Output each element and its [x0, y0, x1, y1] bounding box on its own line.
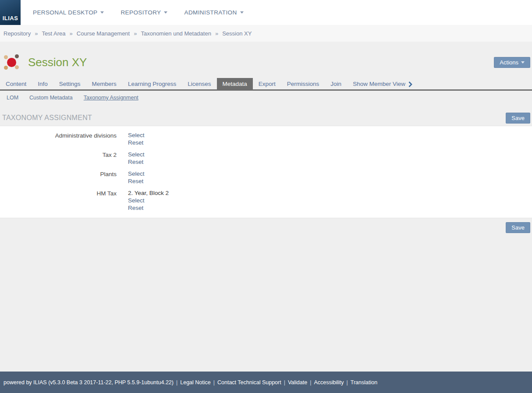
taxonomy-form-panel: Administrative divisions SelectReset Tax… — [0, 126, 532, 218]
subtab-bar: LOM Custom Metadata Taxonomy Assignment — [0, 91, 532, 105]
reset-link[interactable]: Reset — [128, 139, 145, 146]
form-row-hm-tax: HM Tax 2. Year, Block 2SelectReset — [0, 189, 532, 212]
main-content: Session XY Actions Content Info Settings… — [0, 42, 532, 372]
form-row-label: Plants — [0, 170, 128, 185]
breadcrumb-separator: » — [215, 30, 218, 37]
caret-down-icon — [240, 11, 244, 14]
form-section-header: TAXONOMY ASSIGNMENT Save — [2, 111, 530, 124]
contact-technical-support-link[interactable]: Contact Technical Support — [217, 379, 281, 386]
validate-link[interactable]: Validate — [288, 379, 307, 386]
tab-join[interactable]: Join — [325, 78, 347, 89]
save-button-top[interactable]: Save — [506, 113, 530, 124]
select-link[interactable]: Select — [128, 170, 145, 177]
form-row-label: HM Tax — [0, 189, 128, 212]
footer-separator: | — [176, 379, 177, 386]
actions-button[interactable]: Actions — [494, 57, 530, 68]
reset-link[interactable]: Reset — [128, 158, 145, 166]
form-row-label: Tax 2 — [0, 151, 128, 166]
powered-by-ilias-link[interactable]: powered by ILIAS (v5.3.0 Beta 3 2017-11-… — [4, 379, 174, 386]
session-icon — [4, 54, 20, 71]
form-row-value: 2. Year, Block 2 — [128, 189, 169, 197]
chevron-right-icon — [408, 81, 412, 87]
breadcrumb-separator: » — [134, 30, 137, 37]
legal-notice-link[interactable]: Legal Notice — [180, 379, 211, 386]
select-link[interactable]: Select — [128, 151, 145, 158]
menu-administration-label: ADMINISTRATION — [184, 9, 237, 16]
tab-metadata[interactable]: Metadata — [217, 78, 253, 89]
select-link[interactable]: Select — [128, 197, 169, 204]
reset-link[interactable]: Reset — [128, 204, 169, 212]
footer-separator: | — [310, 379, 311, 386]
save-button-bottom[interactable]: Save — [506, 222, 530, 233]
tab-export[interactable]: Export — [253, 78, 281, 89]
footer-separator: | — [284, 379, 285, 386]
form-row-label: Administrative divisions — [0, 131, 128, 146]
page-title: Session XY — [28, 56, 87, 69]
tab-learning-progress[interactable]: Learning Progress — [122, 78, 182, 89]
caret-down-icon — [521, 61, 525, 64]
reset-link[interactable]: Reset — [128, 177, 145, 185]
footer-separator: | — [347, 379, 348, 386]
menu-personal-desktop[interactable]: PERSONAL DESKTOP — [33, 9, 104, 16]
page-header: Session XY Actions — [4, 53, 530, 71]
caret-down-icon — [164, 11, 167, 14]
breadcrumb-test-area[interactable]: Test Area — [42, 30, 65, 37]
menu-repository[interactable]: REPOSITORY — [121, 9, 167, 16]
tab-licenses[interactable]: Licenses — [182, 78, 216, 89]
tab-bar: Content Info Settings Members Learning P… — [0, 78, 532, 91]
breadcrumb-session-xy[interactable]: Session XY — [222, 30, 252, 37]
breadcrumb-repository[interactable]: Repository — [4, 30, 31, 37]
tab-show-member-view[interactable]: Show Member View — [347, 78, 418, 89]
top-menu: PERSONAL DESKTOP REPOSITORY ADMINISTRATI… — [21, 0, 244, 25]
form-row-tax-2: Tax 2 SelectReset — [0, 151, 532, 166]
footer: powered by ILIAS (v5.3.0 Beta 3 2017-11-… — [0, 372, 532, 393]
subtab-custom-metadata[interactable]: Custom Metadata — [29, 95, 73, 101]
top-bar: ILIAS PERSONAL DESKTOP REPOSITORY ADMINI… — [0, 0, 532, 25]
tab-info[interactable]: Info — [32, 78, 53, 89]
tab-settings[interactable]: Settings — [53, 78, 86, 89]
tab-content[interactable]: Content — [0, 78, 32, 89]
accessibility-link[interactable]: Accessibility — [314, 379, 344, 386]
subtab-lom[interactable]: LOM — [7, 95, 18, 101]
breadcrumb-separator: » — [70, 30, 73, 37]
form-row-plants: Plants SelectReset — [0, 170, 532, 185]
menu-personal-desktop-label: PERSONAL DESKTOP — [33, 9, 97, 16]
ilias-logo[interactable]: ILIAS — [0, 0, 21, 25]
form-row-administrative-divisions: Administrative divisions SelectReset — [0, 131, 532, 146]
tab-members[interactable]: Members — [86, 78, 122, 89]
footer-separator: | — [213, 379, 215, 386]
select-link[interactable]: Select — [128, 131, 145, 139]
breadcrumb-course-management[interactable]: Course Management — [77, 30, 130, 37]
menu-repository-label: REPOSITORY — [121, 9, 161, 16]
translation-link[interactable]: Translation — [351, 379, 377, 386]
actions-button-label: Actions — [500, 59, 518, 66]
bottom-save-row: Save — [0, 222, 530, 233]
menu-administration[interactable]: ADMINISTRATION — [184, 9, 243, 16]
breadcrumb: Repository » Test Area » Course Manageme… — [0, 25, 532, 42]
tab-show-member-view-label: Show Member View — [353, 81, 405, 87]
caret-down-icon — [100, 11, 104, 14]
breadcrumb-separator: » — [35, 30, 38, 37]
section-title: TAXONOMY ASSIGNMENT — [2, 114, 92, 122]
breadcrumb-taxonomien-und-metadaten[interactable]: Taxonomien und Metadaten — [141, 30, 211, 37]
subtab-taxonomy-assignment[interactable]: Taxonomy Assignment — [84, 95, 138, 101]
tab-permissions[interactable]: Permissions — [281, 78, 325, 89]
